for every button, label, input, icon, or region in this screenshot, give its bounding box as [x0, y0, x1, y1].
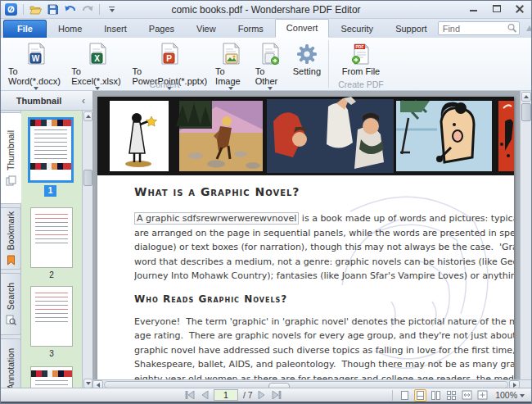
- comic-panel-2: [176, 101, 263, 171]
- tab-pages[interactable]: Pages: [138, 20, 185, 38]
- doc-heading-2: Who Reads Graphic Novels?: [134, 293, 287, 305]
- ribbon-tab-row: File Home Insert Pages View Forms Conver…: [1, 19, 531, 38]
- sidebar-tab-search[interactable]: Search: [1, 273, 21, 335]
- bookmark-icon: [7, 255, 16, 266]
- ribbon-group-convert: W To Word(*.docx) X To Excel(*.xlsx) P T…: [1, 38, 328, 90]
- page-number-badge: 1: [44, 185, 56, 197]
- find-box[interactable]: [438, 21, 520, 35]
- thumbnail-list: 1 2 3: [21, 111, 82, 389]
- tab-support[interactable]: Support: [385, 20, 438, 38]
- title-bar: comic books.pdf - Wondershare PDF Editor: [1, 1, 531, 19]
- ribbon-convert: W To Word(*.docx) X To Excel(*.xlsx) P T…: [1, 38, 531, 91]
- page-thumbnail-4-partial[interactable]: [30, 366, 73, 389]
- fit-width-icon[interactable]: [461, 389, 473, 402]
- page-thumbnail-3[interactable]: [30, 286, 73, 347]
- group-label-create-pdf: Create PDF: [329, 79, 393, 89]
- vertical-scrollbar[interactable]: [520, 91, 531, 379]
- comic-panel-3: [267, 97, 394, 173]
- sidebar-tab-bookmark[interactable]: Bookmark: [1, 207, 21, 270]
- single-page-view-icon[interactable]: [399, 389, 411, 402]
- page-thumbnail-2[interactable]: [30, 207, 73, 268]
- ribbon-group-create-pdf: PDF From File Create PDF: [329, 38, 393, 90]
- find-previous-icon[interactable]: [524, 22, 532, 34]
- svg-text:W: W: [31, 54, 39, 63]
- divider: [23, 4, 24, 15]
- search-icon: [6, 315, 16, 325]
- powerpoint-doc-icon: P: [159, 42, 180, 66]
- current-page-input[interactable]: [214, 389, 238, 401]
- save-icon[interactable]: [46, 3, 60, 16]
- facing-continuous-view-icon[interactable]: [445, 389, 458, 402]
- minimize-button[interactable]: [467, 3, 480, 15]
- sidebar-tab-thumbnail[interactable]: Thumbnail: [1, 112, 21, 204]
- doc-heading-1: What is a Graphic Novel?: [134, 185, 300, 198]
- thumbnail-panel-header: Thumbnail ‹: [1, 91, 92, 111]
- last-page-icon[interactable]: [271, 391, 282, 399]
- page-thumbnail-1[interactable]: [28, 117, 74, 183]
- setting-button[interactable]: Setting: [289, 40, 325, 78]
- tab-forms[interactable]: Forms: [228, 20, 274, 38]
- doc-para1: are arranged on the page in sequential p…: [134, 226, 514, 285]
- window-controls: [467, 3, 526, 15]
- doc-para2: Everyone! The term 'graphic' in 'graphic…: [134, 315, 514, 389]
- tab-security[interactable]: Security: [330, 20, 384, 38]
- app-logo-icon[interactable]: [4, 3, 18, 16]
- pages-icon: [6, 175, 16, 186]
- image-doc-icon: [220, 42, 241, 66]
- tab-file[interactable]: File: [3, 20, 47, 38]
- svg-text:PDF: PDF: [355, 44, 363, 49]
- continuous-view-icon[interactable]: [414, 389, 426, 402]
- app-window: comic books.pdf - Wondershare PDF Editor…: [0, 0, 532, 404]
- page-number-label: 3: [29, 349, 74, 358]
- page-navigation: / 7: [185, 389, 282, 401]
- zoom-level-label: 100%: [495, 390, 517, 400]
- facing-pages-view-icon[interactable]: [430, 389, 442, 402]
- tab-insert[interactable]: Insert: [93, 20, 138, 38]
- panel-collapse-icon[interactable]: ‹: [77, 94, 90, 107]
- scrollbar-thumb[interactable]: [83, 170, 92, 186]
- divider: [99, 4, 100, 15]
- doc-text: is a book made up of words and pictures:…: [299, 213, 514, 224]
- maximize-button[interactable]: [490, 3, 503, 15]
- find-input[interactable]: [439, 24, 507, 34]
- edited-text-box[interactable]: A graphic sdfsrewrwerwerewvnovel: [134, 212, 299, 225]
- scroll-up-icon[interactable]: [521, 92, 531, 102]
- pdf-page: What is a Graphic Novel? A graphic sdfsr…: [97, 97, 514, 389]
- document-viewer[interactable]: What is a Graphic Novel? A graphic sdfsr…: [92, 91, 531, 389]
- fit-page-icon[interactable]: [476, 389, 489, 402]
- open-file-icon[interactable]: [29, 3, 43, 16]
- zoom-dropdown-caret-icon: [520, 394, 525, 397]
- tab-convert[interactable]: Convert: [275, 19, 330, 38]
- undo-icon[interactable]: [63, 3, 77, 16]
- comic-panel-4: [396, 101, 492, 171]
- other-doc-icon: [259, 42, 281, 66]
- search-icon: [507, 23, 517, 34]
- thumbnail-scrollbar[interactable]: [82, 111, 92, 389]
- page-number-label: 2: [29, 270, 74, 279]
- divider: [392, 390, 393, 401]
- previous-page-icon[interactable]: [201, 391, 209, 399]
- status-bar: / 7 100%: [1, 388, 531, 402]
- panel-title: Thumbnail: [1, 96, 77, 106]
- view-controls: 100%: [390, 389, 525, 402]
- from-file-label: From File: [342, 66, 380, 76]
- tab-view[interactable]: View: [186, 20, 227, 38]
- setting-label: Setting: [293, 66, 321, 76]
- scroll-up-icon[interactable]: [83, 111, 92, 121]
- close-button[interactable]: [513, 3, 526, 15]
- sidebar-tabstrip: Thumbnail Bookmark Search Annotation: [1, 91, 21, 389]
- quick-access-toolbar: [1, 3, 119, 16]
- scrollbar-thumb[interactable]: [521, 103, 531, 121]
- comic-panel-5: [498, 101, 514, 171]
- customize-toolbar-caret-icon[interactable]: [105, 3, 119, 16]
- tab-home[interactable]: Home: [47, 20, 92, 38]
- zoom-control[interactable]: 100%: [495, 390, 525, 400]
- next-page-icon[interactable]: [258, 391, 266, 399]
- from-file-button[interactable]: PDF From File: [338, 40, 384, 78]
- svg-text:X: X: [94, 54, 100, 63]
- thumbnail-panel: Thumbnail ‹ 1 2: [21, 91, 92, 389]
- first-page-icon[interactable]: [185, 391, 196, 399]
- redo-icon-disabled: [80, 3, 94, 16]
- word-doc-icon: W: [25, 42, 47, 66]
- doc-para1-line1: A graphic sdfsrewrwerwerewvnovel is a bo…: [134, 211, 514, 226]
